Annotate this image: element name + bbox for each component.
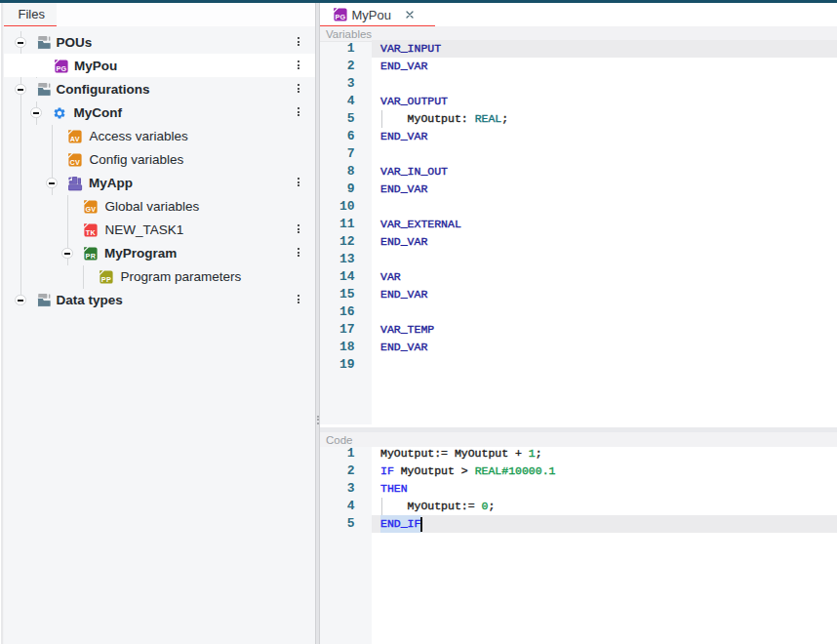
svg-text:TK: TK	[86, 227, 97, 236]
svg-text:AV: AV	[70, 134, 80, 142]
svg-text:PG: PG	[335, 12, 345, 20]
svg-text:PR: PR	[86, 251, 97, 260]
svg-text:GV: GV	[85, 204, 96, 213]
svg-text:PG: PG	[56, 63, 66, 72]
svg-text:CV: CV	[70, 157, 81, 166]
svg-text:PP: PP	[101, 274, 111, 283]
